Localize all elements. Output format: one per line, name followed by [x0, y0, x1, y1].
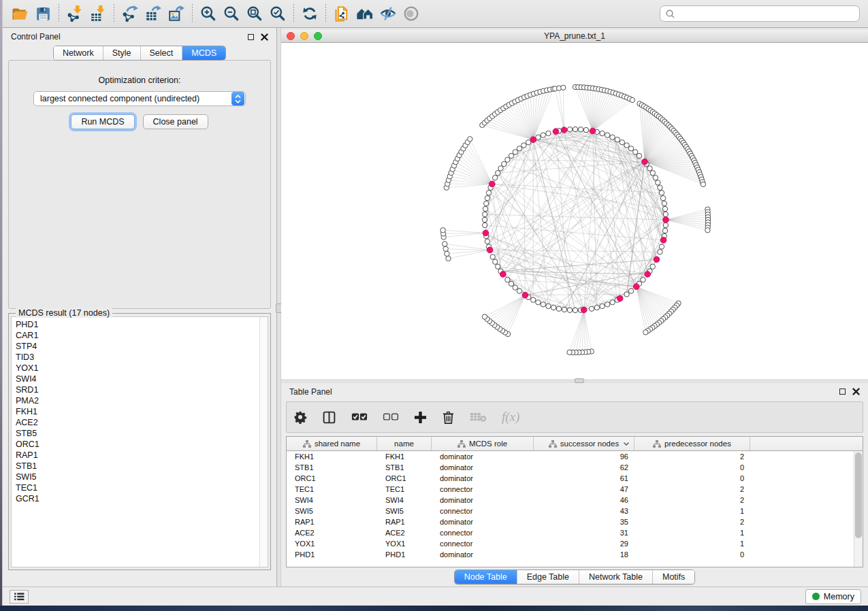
- table-cell[interactable]: 96: [534, 452, 634, 461]
- close-panel-button[interactable]: Close panel: [143, 114, 208, 129]
- run-mcds-button[interactable]: Run MCDS: [71, 114, 134, 129]
- scrollbar-thumb[interactable]: [855, 452, 862, 538]
- mcds-result-item[interactable]: STP4: [16, 341, 259, 352]
- table-cell[interactable]: SWI4: [287, 496, 377, 504]
- mcds-result-item[interactable]: PHD1: [16, 319, 259, 330]
- table-cell[interactable]: dominator: [432, 496, 534, 504]
- table-cell[interactable]: ORC1: [377, 474, 432, 482]
- mcds-result-item[interactable]: GCR1: [16, 493, 259, 504]
- table-cell[interactable]: dominator: [432, 518, 534, 526]
- task-history-button[interactable]: [10, 590, 29, 604]
- table-cell[interactable]: TEC1: [377, 485, 432, 493]
- tab-select[interactable]: Select: [140, 46, 182, 60]
- zoom-in-icon[interactable]: [197, 3, 220, 24]
- deselect-all-icon[interactable]: [383, 412, 399, 422]
- zoom-fit-icon[interactable]: [243, 3, 266, 24]
- import-table-icon[interactable]: [86, 3, 110, 24]
- horizontal-splitter[interactable]: [281, 379, 868, 383]
- table-cell[interactable]: 1: [634, 540, 750, 548]
- table-cell[interactable]: ORC1: [287, 474, 377, 482]
- table-body[interactable]: FKH1FKH1dominator962STB1STB1dominator620…: [287, 451, 863, 567]
- table-cell[interactable]: 31: [534, 529, 634, 537]
- column-header-shared-name[interactable]: shared name: [287, 437, 377, 450]
- table-cell[interactable]: connector: [432, 485, 534, 493]
- tab-node-table[interactable]: Node Table: [455, 570, 517, 584]
- column-header-mcds-role[interactable]: MCDS role: [432, 437, 534, 450]
- table-row[interactable]: TEC1TEC1connector472: [287, 484, 863, 495]
- table-cell[interactable]: 47: [534, 485, 634, 493]
- table-cell[interactable]: dominator: [432, 463, 534, 472]
- import-network-icon[interactable]: [63, 3, 86, 24]
- export-image-icon[interactable]: [165, 3, 188, 24]
- clone-network-icon[interactable]: [330, 3, 353, 24]
- mcds-result-item[interactable]: TID3: [16, 352, 259, 363]
- table-cell[interactable]: 2: [634, 485, 750, 493]
- mcds-result-item[interactable]: FKH1: [16, 406, 259, 417]
- show-panel-eye-icon[interactable]: [400, 3, 423, 24]
- mcds-result-item[interactable]: RAP1: [16, 450, 259, 461]
- table-row[interactable]: FKH1FKH1dominator962: [287, 451, 863, 462]
- search-input[interactable]: [679, 9, 854, 18]
- table-cell[interactable]: 46: [534, 496, 634, 504]
- network-canvas[interactable]: [281, 43, 868, 379]
- mcds-result-scrollbar[interactable]: [259, 317, 268, 567]
- table-cell[interactable]: connector: [432, 540, 534, 548]
- vertical-splitter[interactable]: [276, 28, 281, 587]
- close-panel-icon[interactable]: [261, 33, 268, 41]
- table-cell[interactable]: 0: [634, 463, 750, 472]
- tab-edge-table[interactable]: Edge Table: [517, 570, 579, 584]
- table-row[interactable]: ACE2ACE2connector311: [287, 527, 863, 538]
- hide-panel-eye-icon[interactable]: [376, 3, 400, 24]
- table-cell[interactable]: FKH1: [377, 452, 432, 461]
- table-row[interactable]: PHD1PHD1dominator180: [287, 549, 863, 560]
- export-table-icon[interactable]: [142, 3, 165, 24]
- table-cell[interactable]: STB1: [287, 463, 377, 472]
- memory-button[interactable]: Memory: [805, 589, 861, 604]
- mcds-result-item[interactable]: CAR1: [16, 330, 259, 341]
- mcds-result-item[interactable]: PMA2: [16, 395, 259, 406]
- table-cell[interactable]: PHD1: [377, 550, 432, 559]
- table-cell[interactable]: 0: [634, 474, 750, 482]
- table-cell[interactable]: 2: [634, 518, 750, 526]
- mcds-result-item[interactable]: ORC1: [16, 439, 259, 450]
- column-header-predecessor-nodes[interactable]: predecessor nodes: [634, 437, 750, 450]
- table-cell[interactable]: connector: [432, 529, 534, 537]
- table-cell[interactable]: 43: [534, 507, 634, 515]
- table-cell[interactable]: SWI5: [287, 507, 377, 515]
- table-row[interactable]: SWI5SWI5connector431: [287, 506, 863, 516]
- splitter-grip[interactable]: [575, 378, 584, 383]
- table-cell[interactable]: connector: [432, 507, 534, 515]
- mcds-result-item[interactable]: YOX1: [16, 363, 259, 374]
- tab-network[interactable]: Network: [54, 46, 103, 60]
- search-box[interactable]: [660, 5, 860, 22]
- table-row[interactable]: RAP1RAP1dominator352: [287, 516, 863, 527]
- table-cell[interactable]: 29: [534, 540, 634, 548]
- table-cell[interactable]: 62: [534, 463, 634, 472]
- table-cell[interactable]: FKH1: [287, 452, 377, 461]
- select-all-icon[interactable]: [351, 412, 368, 422]
- table-cell[interactable]: STB1: [377, 463, 432, 472]
- mcds-result-item[interactable]: SWI5: [16, 472, 259, 482]
- table-cell[interactable]: 18: [534, 550, 634, 559]
- table-cell[interactable]: dominator: [432, 550, 534, 559]
- export-network-icon[interactable]: [118, 3, 142, 24]
- mcds-result-item[interactable]: STB5: [16, 428, 259, 439]
- table-cell[interactable]: 1: [634, 529, 750, 537]
- gear-icon[interactable]: [293, 410, 307, 424]
- table-row[interactable]: ORC1ORC1dominator610: [287, 473, 863, 484]
- float-panel-icon[interactable]: [839, 388, 846, 395]
- tab-mcds[interactable]: MCDS: [182, 46, 225, 60]
- table-row[interactable]: SWI4SWI4dominator462: [287, 495, 863, 506]
- tab-style[interactable]: Style: [103, 46, 140, 60]
- table-cell[interactable]: YOX1: [377, 540, 432, 548]
- column-header-name[interactable]: name: [377, 437, 432, 450]
- mcds-result-item[interactable]: SWI4: [16, 374, 259, 384]
- network-graph[interactable]: [281, 43, 868, 379]
- table-cell[interactable]: RAP1: [287, 518, 377, 526]
- zoom-selected-icon[interactable]: [266, 3, 289, 24]
- mcds-result-item[interactable]: SRD1: [16, 384, 259, 395]
- table-scrollbar[interactable]: [854, 451, 863, 567]
- table-cell[interactable]: 1: [634, 507, 750, 515]
- table-cell[interactable]: RAP1: [377, 518, 432, 526]
- tab-motifs[interactable]: Motifs: [652, 570, 694, 584]
